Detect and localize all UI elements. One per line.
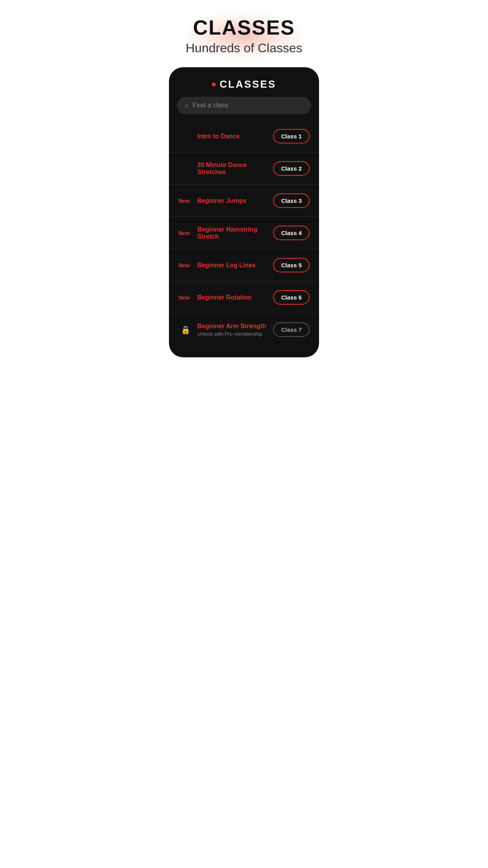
- class-name-wrap: Beginner Jumps: [197, 197, 268, 204]
- class-name-wrap: Intro to Dance: [197, 133, 268, 140]
- phone-card: CLASSES ⌕ Find a class Intro to DanceCla…: [169, 67, 319, 357]
- main-title: CLASSES: [171, 16, 317, 39]
- search-placeholder: Find a class: [193, 101, 303, 109]
- class-name-wrap: 30 Minute Dance Stretches: [197, 162, 268, 176]
- class-badge[interactable]: Class 2: [273, 161, 310, 176]
- class-badge[interactable]: Class 6: [273, 290, 310, 305]
- lock-icon: 🔒: [178, 325, 193, 335]
- new-badge: New: [178, 262, 193, 268]
- phone-container: CLASSES Hundreds of Classes CLASSES ⌕ Fi…: [163, 0, 325, 369]
- red-dot-icon: [212, 83, 216, 86]
- header-section: CLASSES Hundreds of Classes: [163, 0, 325, 63]
- class-badge[interactable]: Class 5: [273, 258, 310, 272]
- class-item[interactable]: NewBeginner JumpsClass 3: [169, 184, 319, 217]
- class-item[interactable]: 30 Minute Dance StretchesClass 2: [169, 152, 319, 184]
- new-badge: New: [178, 294, 193, 301]
- class-item[interactable]: 🔒Beginner Arm StrengthUnlock with Pro me…: [169, 313, 319, 346]
- card-title: CLASSES: [220, 78, 276, 90]
- class-item[interactable]: NewBeginner RotationClass 6: [169, 281, 319, 313]
- class-name-wrap: Beginner Hamstring Stretch: [197, 226, 268, 240]
- class-item[interactable]: Intro to DanceClass 1: [169, 120, 319, 152]
- class-name: Beginner Rotation: [197, 294, 268, 301]
- class-list: Intro to DanceClass 130 Minute Dance Str…: [169, 120, 319, 346]
- class-badge[interactable]: Class 4: [273, 226, 310, 240]
- class-name-wrap: Beginner Rotation: [197, 294, 268, 301]
- class-name: Beginner Hamstring Stretch: [197, 226, 268, 240]
- class-badge[interactable]: Class 1: [273, 129, 310, 143]
- class-name: Beginner Leg Lines: [197, 262, 268, 269]
- class-item[interactable]: NewBeginner Hamstring StretchClass 4: [169, 217, 319, 249]
- search-bar[interactable]: ⌕ Find a class: [177, 97, 311, 114]
- class-subtitle: Unlock with Pro membership: [197, 331, 268, 337]
- class-name-wrap: Beginner Leg Lines: [197, 262, 268, 269]
- class-name: 30 Minute Dance Stretches: [197, 162, 268, 176]
- sub-title: Hundreds of Classes: [171, 41, 317, 55]
- card-header: CLASSES: [169, 67, 319, 97]
- new-badge: New: [178, 230, 193, 236]
- new-badge: New: [178, 198, 193, 204]
- class-badge[interactable]: Class 7: [273, 322, 310, 337]
- class-name: Intro to Dance: [197, 133, 268, 140]
- class-name: Beginner Arm Strength: [197, 323, 268, 330]
- class-badge[interactable]: Class 3: [273, 193, 310, 208]
- class-item[interactable]: NewBeginner Leg LinesClass 5: [169, 249, 319, 281]
- class-name-wrap: Beginner Arm StrengthUnlock with Pro mem…: [197, 323, 268, 337]
- search-icon: ⌕: [185, 102, 189, 109]
- class-name: Beginner Jumps: [197, 197, 268, 204]
